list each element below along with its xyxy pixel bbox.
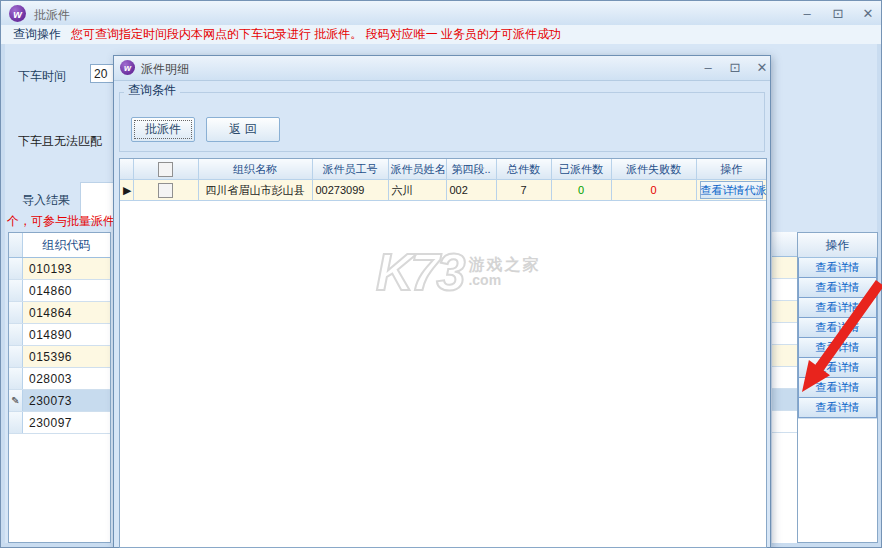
table-row[interactable]: 015396 xyxy=(9,346,110,368)
dispatch-detail-dialog: w 派件明细 – ⊡ ✕ 查询条件 批派件 返 回 组织名称 派件员工号 派件员… xyxy=(113,55,771,548)
checkbox-header xyxy=(133,159,198,180)
operations-column: 操作 查看详情 查看详情 查看详情 查看详情 查看详情 查看详情 查看详情 查看… xyxy=(797,232,878,543)
dialog-title: 派件明细 xyxy=(141,61,189,78)
total-count-cell: 7 xyxy=(496,180,551,201)
org-code-header-row: 组织代码 xyxy=(9,233,110,258)
import-result-label: 导入结果 xyxy=(22,192,70,209)
view-detail-button[interactable]: 查看详情 xyxy=(798,358,877,378)
row-actions-cell: 查看详情 代派 xyxy=(696,180,766,201)
dialog-close-button[interactable]: ✕ xyxy=(751,59,773,76)
view-detail-button[interactable]: 查看详情 xyxy=(798,318,877,338)
row-selector xyxy=(9,346,23,367)
grid-data-row[interactable]: ▶ 四川省眉山市彭山县 00273099 六川 002 7 0 0 查看详情 代… xyxy=(120,180,766,201)
row-action-buttons: 查看详情 代派 xyxy=(700,181,764,199)
main-grid-sliver xyxy=(772,232,797,543)
column-header[interactable]: 派件员姓名 xyxy=(388,159,446,180)
maximize-button[interactable]: ⊡ xyxy=(827,5,849,22)
selector-header xyxy=(120,159,133,180)
view-detail-button[interactable]: 查看详情 xyxy=(798,278,877,298)
column-header[interactable]: 第四段.. xyxy=(446,159,496,180)
column-header[interactable]: 组织名称 xyxy=(198,159,312,180)
org-code-table: 组织代码 010193 014860 014864 014890 015396 … xyxy=(8,232,111,543)
row-selector xyxy=(9,368,23,389)
column-header[interactable]: 操作 xyxy=(696,159,766,180)
minimize-button[interactable]: – xyxy=(796,5,818,22)
main-titlebar: w 批派件 – ⊡ ✕ xyxy=(1,1,881,26)
note-text: 下车且无法匹配 xyxy=(18,133,113,150)
emp-no-cell: 00273099 xyxy=(312,180,388,201)
menu-hint-text: 您可查询指定时间段内本网点的下车记录进行 批派件。 段码对应唯一 业务员的才可派… xyxy=(71,26,561,43)
column-header[interactable]: 已派件数 xyxy=(551,159,611,180)
dialog-maximize-button[interactable]: ⊡ xyxy=(724,59,746,76)
query-condition-label: 查询条件 xyxy=(124,82,180,99)
column-header[interactable]: 派件员工号 xyxy=(312,159,388,180)
dialog-logo-icon: w xyxy=(120,60,135,75)
operations-header: 操作 xyxy=(798,233,877,258)
menu-item-query[interactable]: 查询操作 xyxy=(13,26,61,43)
row-selector xyxy=(9,258,23,279)
view-detail-button[interactable]: 查看详情 xyxy=(798,338,877,358)
dialog-titlebar: w 派件明细 – ⊡ ✕ xyxy=(114,56,770,81)
row-selector xyxy=(9,412,23,433)
row-selector-arrow: ▶ xyxy=(120,180,133,201)
menu-bar: 查询操作 您可查询指定时间段内本网点的下车记录进行 批派件。 段码对应唯一 业务… xyxy=(1,25,881,45)
table-row[interactable]: 230097 xyxy=(9,412,110,434)
row-selector-header xyxy=(9,233,23,257)
row-selector xyxy=(9,280,23,301)
back-button[interactable]: 返 回 xyxy=(206,117,280,142)
grid-header-row: 组织名称 派件员工号 派件员姓名 第四段.. 总件数 已派件数 派件失败数 操作 xyxy=(120,159,766,180)
batch-dispatch-button[interactable]: 批派件 xyxy=(131,117,195,142)
table-row[interactable]: 014890 xyxy=(9,324,110,346)
view-detail-button[interactable]: 查看详情 xyxy=(798,398,877,418)
segment-cell: 002 xyxy=(446,180,496,201)
count-note: 个，可参与批量派件 xyxy=(7,213,115,230)
table-row[interactable]: 028003 xyxy=(9,368,110,390)
table-row[interactable]: 014860 xyxy=(9,280,110,302)
row-checkbox-cell xyxy=(133,180,198,201)
time-label: 下车时间 xyxy=(18,68,66,85)
view-detail-button[interactable]: 查看详情 xyxy=(798,298,877,318)
row-selector xyxy=(9,324,23,345)
select-all-checkbox[interactable] xyxy=(158,162,173,177)
column-header[interactable]: 总件数 xyxy=(496,159,551,180)
table-row[interactable]: 014864 xyxy=(9,302,110,324)
org-code-column-header: 组织代码 xyxy=(23,233,110,257)
failed-count-cell: 0 xyxy=(611,180,696,201)
column-header[interactable]: 派件失败数 xyxy=(611,159,696,180)
edit-pencil-icon: ✎ xyxy=(9,390,23,411)
window-title: 批派件 xyxy=(34,7,70,24)
dispatched-count-cell: 0 xyxy=(551,180,611,201)
table-row[interactable]: 010193 xyxy=(9,258,110,280)
row-selector xyxy=(9,302,23,323)
table-row-selected[interactable]: ✎230073 xyxy=(9,390,110,412)
view-detail-link[interactable]: 查看详情 xyxy=(701,183,745,198)
delegate-dispatch-link[interactable]: 代派 xyxy=(745,183,767,198)
row-checkbox[interactable] xyxy=(158,183,173,198)
dialog-minimize-button[interactable]: – xyxy=(697,59,719,76)
dispatch-detail-grid: 组织名称 派件员工号 派件员姓名 第四段.. 总件数 已派件数 派件失败数 操作… xyxy=(119,158,767,548)
view-detail-button[interactable]: 查看详情 xyxy=(798,378,877,398)
view-detail-button[interactable]: 查看详情 xyxy=(798,258,877,278)
emp-name-cell: 六川 xyxy=(388,180,446,201)
close-button[interactable]: ✕ xyxy=(857,5,879,22)
app-logo-icon: w xyxy=(9,5,26,22)
org-name-cell: 四川省眉山市彭山县 xyxy=(198,180,312,201)
